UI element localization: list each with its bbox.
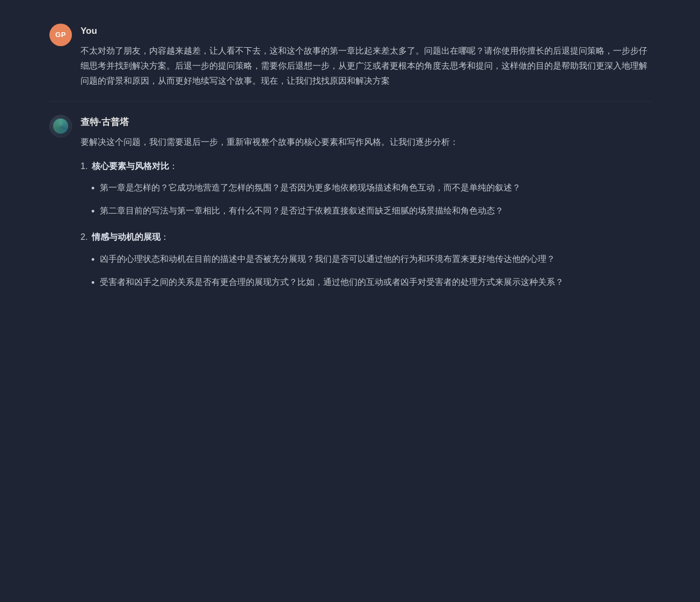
bullet-text: 受害者和凶手之间的关系是否有更合理的展现方式？比如，通过他们的互动或者凶手对受害… bbox=[100, 275, 651, 290]
user-avatar-initials: GP bbox=[55, 29, 66, 41]
numbered-sections-list: 1. 核心要素与风格对比： • 第一章是怎样的？它成功地营造了怎样的氛围？是否因… bbox=[81, 159, 651, 291]
bullet-dot-icon: • bbox=[91, 253, 94, 267]
user-message-text: 不太对劲了朋友，内容越来越差，让人看不下去，这和这个故事的第一章比起来差太多了。… bbox=[81, 43, 651, 89]
bullet-item: • 受害者和凶手之间的关系是否有更合理的展现方式？比如，通过他们的互动或者凶手对… bbox=[91, 275, 651, 290]
user-message-content: You 不太对劲了朋友，内容越来越差，让人看不下去，这和这个故事的第一章比起来差… bbox=[81, 24, 651, 89]
bot-message-content: 查特·古普塔 要解决这个问题，我们需要退后一步，重新审视整个故事的核心要素和写作… bbox=[81, 115, 651, 301]
bullet-dot-icon: • bbox=[91, 181, 94, 196]
section-1-title: 核心要素与风格对比： bbox=[92, 159, 178, 174]
bullet-item: • 凶手的心理状态和动机在目前的描述中是否被充分展现？我们是否可以通过他的行为和… bbox=[91, 252, 651, 267]
numbered-section-1: 1. 核心要素与风格对比： • 第一章是怎样的？它成功地营造了怎样的氛围？是否因… bbox=[81, 159, 651, 219]
user-avatar: GP bbox=[49, 24, 72, 46]
user-author-name: You bbox=[81, 24, 651, 39]
bot-message-block: 查特·古普塔 要解决这个问题，我们需要退后一步，重新审视整个故事的核心要素和写作… bbox=[49, 102, 651, 314]
bullet-item: • 第二章目前的写法与第一章相比，有什么不同？是否过于依赖直接叙述而缺乏细腻的场… bbox=[91, 203, 651, 219]
section-2-number: 2. bbox=[81, 230, 88, 245]
bullet-text: 第一章是怎样的？它成功地营造了怎样的氛围？是否因为更多地依赖现场描述和角色互动，… bbox=[100, 180, 651, 195]
section-2-bullets: • 凶手的心理状态和动机在目前的描述中是否被充分展现？我们是否可以通过他的行为和… bbox=[91, 252, 651, 290]
bot-intro-text: 要解决这个问题，我们需要退后一步，重新审视整个故事的核心要素和写作风格。让我们逐… bbox=[81, 135, 651, 150]
bullet-text: 第二章目前的写法与第一章相比，有什么不同？是否过于依赖直接叙述而缺乏细腻的场景描… bbox=[100, 203, 651, 218]
section-1-number: 1. bbox=[81, 159, 88, 174]
numbered-section-2: 2. 情感与动机的展现： • 凶手的心理状态和动机在目前的描述中是否被充分展现？… bbox=[81, 230, 651, 290]
section-1-bullets: • 第一章是怎样的？它成功地营造了怎样的氛围？是否因为更多地依赖现场描述和角色互… bbox=[91, 180, 651, 219]
bullet-dot-icon: • bbox=[91, 204, 94, 219]
section-2-title: 情感与动机的展现： bbox=[92, 230, 169, 245]
section-1-header: 1. 核心要素与风格对比： bbox=[81, 159, 651, 174]
bullet-item: • 第一章是怎样的？它成功地营造了怎样的氛围？是否因为更多地依赖现场描述和角色互… bbox=[91, 180, 651, 196]
section-2-header: 2. 情感与动机的展现： bbox=[81, 230, 651, 245]
bot-avatar-image bbox=[50, 115, 71, 137]
chat-container: GP You 不太对劲了朋友，内容越来越差，让人看不下去，这和这个故事的第一章比… bbox=[28, 0, 672, 325]
bot-response-body: 要解决这个问题，我们需要退后一步，重新审视整个故事的核心要素和写作风格。让我们逐… bbox=[81, 135, 651, 290]
bullet-text: 凶手的心理状态和动机在目前的描述中是否被充分展现？我们是否可以通过他的行为和环境… bbox=[100, 252, 651, 267]
user-message-block: GP You 不太对劲了朋友，内容越来越差，让人看不下去，这和这个故事的第一章比… bbox=[49, 11, 651, 101]
bot-avatar bbox=[49, 115, 72, 137]
bot-author-name: 查特·古普塔 bbox=[81, 115, 651, 130]
bullet-dot-icon: • bbox=[91, 276, 94, 290]
